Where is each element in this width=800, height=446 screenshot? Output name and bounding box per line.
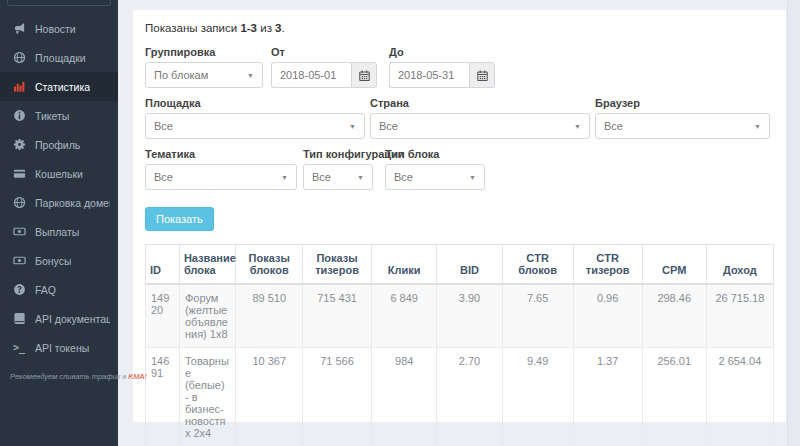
column-header-clicks[interactable]: Клики <box>372 245 437 285</box>
cell-block-shows: 10 367 <box>236 348 303 446</box>
date-to-label: До <box>389 46 495 58</box>
statistics-table: ID Название блока Показы блоков Показы т… <box>145 244 774 446</box>
platform-filter: Площадка Все ▼ <box>145 97 365 139</box>
column-header-block-shows[interactable]: Показы блоков <box>236 245 303 285</box>
block-type-label: Тип блока <box>385 148 485 160</box>
cell-ctr-blocks: 7.65 <box>502 284 573 348</box>
sidebar-item-domain-parking[interactable]: Парковка доменов <box>0 188 118 217</box>
cell-clicks: 984 <box>372 348 437 446</box>
sidebar-item-api-tokens[interactable]: >_ API токены <box>0 333 118 362</box>
cell-cpm: 256.01 <box>642 348 706 446</box>
table-header-row: ID Название блока Показы блоков Показы т… <box>146 245 774 285</box>
grouping-value: По блокам <box>154 69 208 81</box>
sidebar-item-faq[interactable]: FAQ <box>0 275 118 304</box>
sidebar-item-payouts[interactable]: Выплаты <box>0 217 118 246</box>
column-header-block-name[interactable]: Название блока <box>179 245 236 285</box>
theme-label: Тематика <box>145 148 297 160</box>
sidebar-item-label: Площадки <box>35 52 86 64</box>
sidebar-top-divider <box>7 0 111 6</box>
money-icon <box>13 254 28 267</box>
table-row: 14691 Товарные (белые) - в бизнес-новост… <box>146 348 774 446</box>
sidebar-item-wallets[interactable]: Кошельки <box>0 159 118 188</box>
cell-income: 2 654.04 <box>706 348 773 446</box>
date-to-input[interactable]: 2018-05-31 <box>389 62 469 88</box>
country-value: Все <box>379 120 398 132</box>
cell-teaser-shows: 71 566 <box>302 348 371 446</box>
browser-select[interactable]: Все ▼ <box>595 113 770 139</box>
theme-value: Все <box>154 171 173 183</box>
block-type-value: Все <box>394 171 413 183</box>
calendar-icon-button[interactable] <box>469 62 495 88</box>
calendar-icon <box>477 70 488 81</box>
date-to-filter: До 2018-05-31 <box>389 46 495 88</box>
column-header-income[interactable]: Доход <box>706 245 773 285</box>
wallet-icon <box>13 167 28 180</box>
summary-mid: из <box>257 22 275 34</box>
sidebar-item-label: Новости <box>35 23 76 35</box>
block-type-select[interactable]: Все ▼ <box>385 164 485 190</box>
sidebar-item-tickets[interactable]: Тикеты <box>0 101 118 130</box>
grouping-filter: Группировка По блокам ▼ <box>145 46 263 88</box>
calendar-icon-button[interactable] <box>351 62 377 88</box>
cell-ctr-teasers: 1.37 <box>573 348 642 446</box>
config-type-select[interactable]: Все ▼ <box>303 164 373 190</box>
cell-id: 14691 <box>146 348 180 446</box>
config-type-value: Все <box>312 171 331 183</box>
question-icon <box>13 283 28 296</box>
show-button[interactable]: Показать <box>145 207 214 231</box>
sidebar-item-label: API документация <box>35 313 110 325</box>
records-summary: Показаны записи 1-3 из 3. <box>145 22 774 34</box>
country-select[interactable]: Все ▼ <box>370 113 590 139</box>
sidebar-note-link[interactable]: KMA! <box>128 372 146 381</box>
sidebar-item-label: Профиль <box>35 139 80 151</box>
book-icon <box>13 312 28 325</box>
column-header-teaser-shows[interactable]: Показы тизеров <box>302 245 371 285</box>
globe-icon <box>13 51 28 64</box>
sidebar-item-statistics[interactable]: Статистика <box>0 72 118 101</box>
cell-bid: 3.90 <box>437 284 502 348</box>
country-label: Страна <box>370 97 590 109</box>
column-header-id[interactable]: ID <box>146 245 180 285</box>
sidebar-item-platforms[interactable]: Площадки <box>0 43 118 72</box>
gears-icon <box>13 138 28 151</box>
column-header-ctr-blocks[interactable]: CTR блоков <box>502 245 573 285</box>
platform-select[interactable]: Все ▼ <box>145 113 365 139</box>
grouping-label: Группировка <box>145 46 263 58</box>
filter-row-1: Группировка По блокам ▼ От 2018-05-01 До <box>145 46 774 88</box>
theme-filter: Тематика Все ▼ <box>145 148 297 190</box>
calendar-icon <box>359 70 370 81</box>
cell-ctr-teasers: 0.96 <box>573 284 642 348</box>
cell-bid: 2.70 <box>437 348 502 446</box>
grouping-select[interactable]: По блокам ▼ <box>145 62 263 88</box>
column-header-ctr-teasers[interactable]: CTR тизеров <box>573 245 642 285</box>
chevron-down-icon: ▼ <box>357 174 364 181</box>
sidebar-note: Рекомендуем сливать трафик в KMA! <box>0 362 118 381</box>
date-from-label: От <box>271 46 377 58</box>
column-header-cpm[interactable]: CPM <box>642 245 706 285</box>
bar-chart-icon <box>13 80 28 93</box>
sidebar-item-label: Бонусы <box>35 255 71 267</box>
table-row: 14920 Форум (желтые объявления) 1x8 89 5… <box>146 284 774 348</box>
cell-teaser-shows: 715 431 <box>302 284 371 348</box>
statistics-panel: Показаны записи 1-3 из 3. Группировка По… <box>133 10 786 422</box>
chevron-down-icon: ▼ <box>349 123 356 130</box>
megaphone-icon <box>13 22 28 35</box>
cell-cpm: 298.46 <box>642 284 706 348</box>
config-type-filter: Тип конфигурации Все ▼ <box>303 148 373 190</box>
theme-select[interactable]: Все ▼ <box>145 164 297 190</box>
scrollbar-track[interactable] <box>787 0 800 446</box>
date-from-input[interactable]: 2018-05-01 <box>271 62 351 88</box>
platform-label: Площадка <box>145 97 365 109</box>
sidebar-item-label: Выплаты <box>35 226 79 238</box>
config-type-label: Тип конфигурации <box>303 148 373 160</box>
browser-filter: Браузер Все ▼ <box>595 97 770 139</box>
cell-income: 26 715.18 <box>706 284 773 348</box>
sidebar-item-label: Парковка доменов <box>35 197 110 209</box>
cell-block-name: Форум (желтые объявления) 1x8 <box>179 284 236 348</box>
sidebar-item-api-docs[interactable]: API документация <box>0 304 118 333</box>
filter-row-2: Площадка Все ▼ Страна Все ▼ Браузер Все … <box>145 97 774 139</box>
column-header-bid[interactable]: BID <box>437 245 502 285</box>
sidebar-item-profile[interactable]: Профиль <box>0 130 118 159</box>
sidebar-item-news[interactable]: Новости <box>0 14 118 43</box>
sidebar-item-bonuses[interactable]: Бонусы <box>0 246 118 275</box>
